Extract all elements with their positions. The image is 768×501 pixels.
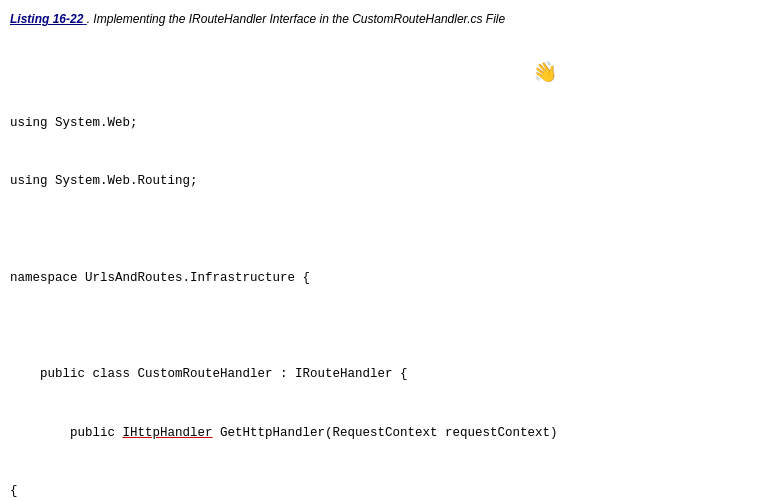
listing-title: Listing 16-22 . Implementing the IRouteH…	[10, 12, 758, 26]
underlined-ihttp-handler-1: IHttpHandler	[123, 426, 213, 440]
listing-reference: Listing 16-22	[10, 12, 83, 26]
code-block-top: using System.Web; using System.Web.Routi…	[10, 36, 758, 501]
code-line-3: using System.Web.Routing;	[10, 172, 758, 191]
code-line-8: public IHttpHandler GetHttpHandler(Reque…	[10, 424, 758, 443]
code-line-2: using System.Web;	[10, 114, 758, 133]
hand-cursor-icon: 👋	[531, 58, 560, 87]
code-line-9: {	[10, 482, 758, 501]
page-container: Listing 16-22 . Implementing the IRouteH…	[0, 0, 768, 501]
code-line-7: public class CustomRouteHandler : IRoute…	[10, 365, 758, 384]
top-section: Listing 16-22 . Implementing the IRouteH…	[0, 0, 768, 501]
code-line-5: namespace UrlsAndRoutes.Infrastructure {	[10, 269, 758, 288]
listing-description: . Implementing the IRouteHandler Interfa…	[87, 12, 505, 26]
listing-link[interactable]: Listing 16-22	[10, 12, 87, 26]
